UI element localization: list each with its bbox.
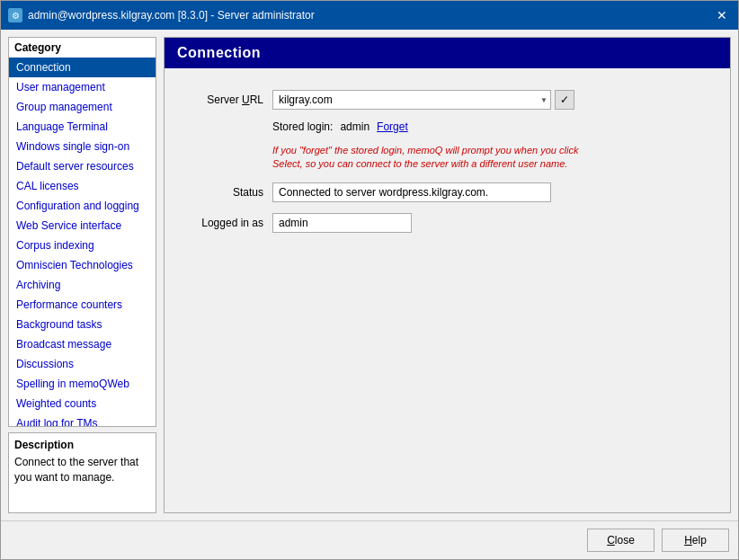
title-bar: ⚙ admin@wordpress.kilgray.com [8.3.0] - … [1, 1, 738, 30]
sidebar-item-cal-licenses[interactable]: CAL licenses [9, 176, 156, 196]
title-bar-left: ⚙ admin@wordpress.kilgray.com [8.3.0] - … [8, 8, 315, 22]
help-button[interactable]: Help [662, 529, 729, 552]
sidebar-item-performance[interactable]: Performance counters [9, 295, 156, 315]
window-body: Category ConnectionUser managementGroup … [1, 30, 738, 520]
sidebar-item-archiving[interactable]: Archiving [9, 275, 156, 295]
description-text: Connect to the server that you want to m… [14, 455, 150, 485]
info-text: If you "forget" the stored login, memoQ … [272, 144, 596, 172]
right-content: Server URL kilgray.com ✓ Stored login: [165, 68, 730, 512]
window-title: admin@wordpress.kilgray.com [8.3.0] - Se… [28, 9, 315, 22]
logged-in-value: admin [272, 213, 412, 233]
sidebar-item-omniscien[interactable]: Omniscien Technologies [9, 255, 156, 275]
main-window: ⚙ admin@wordpress.kilgray.com [8.3.0] - … [0, 0, 739, 560]
sidebar-item-group-management[interactable]: Group management [9, 97, 156, 117]
stored-login-row: Stored login: admin Forget [272, 120, 712, 133]
sidebar-item-broadcast[interactable]: Broadcast message [9, 334, 156, 354]
sidebar-item-connection[interactable]: Connection [9, 58, 156, 77]
description-box: Description Connect to the server that y… [8, 432, 156, 513]
sidebar-item-language-terminal[interactable]: Language Terminal [9, 117, 156, 137]
sidebar-item-weighted[interactable]: Weighted counts [9, 394, 156, 413]
forget-link[interactable]: Forget [377, 120, 408, 133]
stored-login-user: admin [340, 120, 370, 133]
category-box: Category ConnectionUser managementGroup … [8, 37, 156, 427]
bottom-bar: Close Help [1, 520, 738, 559]
logged-in-label: Logged in as [183, 217, 263, 229]
url-select-wrapper: kilgray.com [272, 90, 551, 110]
server-url-row: Server URL kilgray.com ✓ [183, 90, 712, 110]
check-connection-button[interactable]: ✓ [555, 90, 574, 110]
connection-header: Connection [165, 38, 730, 68]
sidebar-item-user-management[interactable]: User management [9, 77, 156, 97]
sidebar-item-web-service[interactable]: Web Service interface [9, 216, 156, 236]
server-url-select[interactable]: kilgray.com [272, 90, 551, 110]
category-list: ConnectionUser managementGroup managemen… [9, 58, 156, 427]
close-button[interactable]: Close [587, 529, 654, 552]
status-value: Connected to server wordpress.kilgray.co… [272, 182, 551, 202]
url-input-group: kilgray.com ✓ [272, 90, 574, 110]
right-panel: Connection Server URL kilgray.com ✓ [164, 37, 731, 513]
logged-in-row: Logged in as admin [183, 213, 712, 233]
category-header: Category [9, 38, 156, 58]
status-row: Status Connected to server wordpress.kil… [183, 182, 712, 202]
left-panel: Category ConnectionUser managementGroup … [8, 37, 156, 513]
sidebar-item-audit-log[interactable]: Audit log for TMs [9, 413, 156, 427]
stored-login-label: Stored login: [272, 120, 333, 133]
sidebar-item-spelling[interactable]: Spelling in memoQWeb [9, 374, 156, 394]
status-label: Status [183, 186, 263, 199]
sidebar-item-corpus-indexing[interactable]: Corpus indexing [9, 236, 156, 255]
sidebar-item-default-server[interactable]: Default server resources [9, 156, 156, 176]
sidebar-item-windows-sso[interactable]: Windows single sign-on [9, 137, 156, 156]
sidebar-item-discussions[interactable]: Discussions [9, 354, 156, 374]
server-url-label: Server URL [183, 93, 263, 106]
sidebar-item-config-logging[interactable]: Configuration and logging [9, 196, 156, 216]
app-icon: ⚙ [8, 8, 22, 22]
close-window-button[interactable]: ✕ [713, 6, 731, 24]
sidebar-item-background[interactable]: Background tasks [9, 315, 156, 334]
description-title: Description [14, 439, 150, 451]
